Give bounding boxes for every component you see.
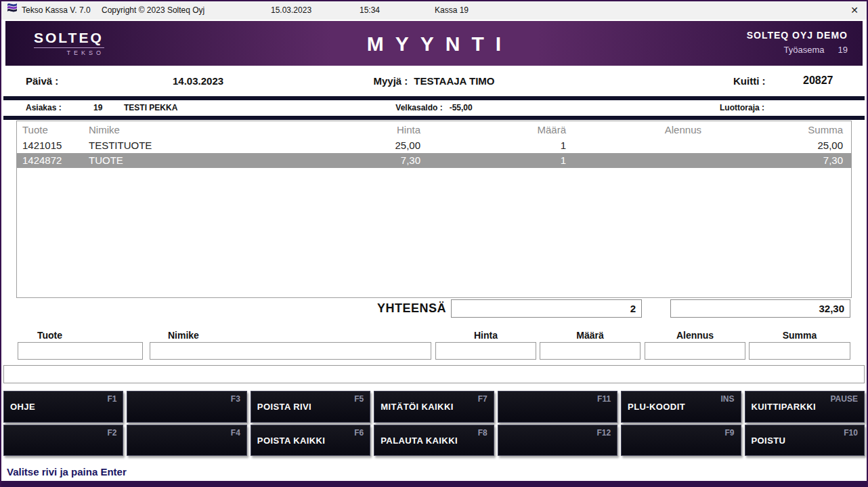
function-key-row-1: OHJE F1 F3 POISTA RIVI F5 MITÄTÖI KAIKKI… xyxy=(3,391,865,423)
cell-maara: 1 xyxy=(422,153,567,168)
solteq-logo: SOLTEQ TEKSO xyxy=(34,30,104,56)
fkey-f3[interactable]: F3 xyxy=(127,391,246,423)
fkey-f8-palauta-kaikki[interactable]: PALAUTA KAIKKI F8 xyxy=(374,425,494,456)
entry-label-maara: Määrä xyxy=(540,330,641,341)
app-title: Tekso Kassa V. 7.0 xyxy=(22,1,91,20)
workstation-value: 19 xyxy=(838,45,848,55)
fkey-f2[interactable]: F2 xyxy=(3,425,123,456)
fkey-key-label: F10 xyxy=(844,428,858,438)
fkey-label: PALAUTA KAIKKI xyxy=(374,436,458,446)
cell-hinta: 7,30 xyxy=(220,153,422,168)
fkey-f6-poista-kaikki[interactable]: POISTA KAIKKI F6 xyxy=(251,425,370,456)
cell-hinta: 25,00 xyxy=(220,138,422,153)
cell-tuote: 1421015 xyxy=(17,138,85,153)
cell-nimike: TUOTE xyxy=(85,153,220,168)
fkey-key-label: F6 xyxy=(354,428,364,438)
fkey-key-label: F9 xyxy=(725,428,735,438)
cell-tuote: 1424872 xyxy=(17,153,85,168)
entry-label-tuote: Tuote xyxy=(37,330,62,341)
copyright-text: Copyright © 2023 Solteq Oyj xyxy=(102,1,204,20)
status-message: Valitse rivi ja paina Enter xyxy=(7,466,127,478)
customer-label: Asiakas : xyxy=(26,103,62,112)
table-row[interactable]: 1421015 TESTITUOTE 25,00 1 25,00 xyxy=(17,138,851,153)
fkey-key-label: F3 xyxy=(231,394,240,404)
entry-label-alennus: Alennus xyxy=(645,330,745,341)
fkey-label: POISTA KAIKKI xyxy=(251,436,326,446)
fkey-label: OHJE xyxy=(4,402,35,412)
system-time: 15:34 xyxy=(360,1,380,20)
table-row-selected[interactable]: 1424872 TUOTE 7,30 1 7,30 xyxy=(17,153,851,168)
fkey-key-label: F2 xyxy=(107,428,116,438)
workstation-label: Työasema xyxy=(784,45,825,55)
divider xyxy=(3,116,865,120)
total-label: YHTEENSÄ xyxy=(313,301,446,316)
fkey-f1-ohje[interactable]: OHJE F1 xyxy=(3,391,123,423)
fkey-f5-poista-rivi[interactable]: POISTA RIVI F5 xyxy=(251,391,370,423)
entry-nimike-input[interactable] xyxy=(150,342,431,360)
fkey-f10-poistu[interactable]: POISTU F10 xyxy=(745,425,865,456)
logo-sub-text: TEKSO xyxy=(34,47,104,56)
bottom-bar xyxy=(0,481,868,487)
fkey-label: POISTU xyxy=(745,436,786,446)
window-border-left xyxy=(0,0,1,487)
cell-summa: 25,00 xyxy=(703,138,851,153)
system-date: 15.03.2023 xyxy=(271,1,311,20)
total-sum-box: 32,30 xyxy=(670,299,850,318)
entry-alennus-input[interactable] xyxy=(645,342,745,360)
column-header-nimike: Nimike xyxy=(85,121,220,138)
cell-summa: 7,30 xyxy=(703,153,851,168)
column-header-summa: Summa xyxy=(703,121,851,138)
fkey-ins-plu-koodit[interactable]: PLU-KOODIT INS xyxy=(621,391,741,423)
column-header-maara: Määrä xyxy=(422,121,567,138)
fkey-label: POISTA RIVI xyxy=(251,402,311,412)
entry-label-hinta: Hinta xyxy=(435,330,536,341)
entry-maara-input[interactable] xyxy=(540,342,641,360)
cell-maara: 1 xyxy=(422,138,567,153)
debt-info: Velkasaldo : -55,00 xyxy=(395,103,472,112)
seller-info: Myyjä : TESTAAJA TIMO xyxy=(373,75,494,87)
table-header-row: Tuote Nimike Hinta Määrä Alennus Summa xyxy=(17,121,851,138)
divider xyxy=(3,96,865,100)
column-header-alennus: Alennus xyxy=(567,121,703,138)
fkey-key-label: PAUSE xyxy=(831,394,858,404)
fkey-pause-kuittiparkki[interactable]: KUITTIPARKKI PAUSE xyxy=(745,391,865,423)
date-label: Päivä : xyxy=(26,75,58,87)
fkey-f9[interactable]: F9 xyxy=(621,425,741,456)
fkey-f11[interactable]: F11 xyxy=(498,391,617,423)
fkey-f7-mitatoi-kaikki[interactable]: MITÄTÖI KAIKKI F7 xyxy=(374,391,494,423)
entry-hinta-input[interactable] xyxy=(435,342,536,360)
close-icon[interactable]: ✕ xyxy=(850,1,859,20)
fkey-key-label: F1 xyxy=(107,394,116,404)
company-name: SOLTEQ OYJ DEMO xyxy=(747,30,848,41)
header-right: SOLTEQ OYJ DEMO Työasema19 xyxy=(747,30,848,55)
fkey-f4[interactable]: F4 xyxy=(127,425,246,456)
fkey-label: PLU-KOODIT xyxy=(622,402,685,412)
header-banner: SOLTEQ TEKSO MYYNTI SOLTEQ OYJ DEMO Työa… xyxy=(5,21,863,66)
credit-limit-label: Luottoraja : xyxy=(720,103,764,112)
entry-tuote-input[interactable] xyxy=(18,342,143,360)
entry-summa-input[interactable] xyxy=(749,342,850,360)
customer-number: 19 xyxy=(93,103,102,112)
app-window: Tekso Kassa V. 7.0 Copyright © 2023 Solt… xyxy=(0,0,868,487)
debt-label: Velkasaldo : xyxy=(395,103,442,112)
fkey-key-label: F5 xyxy=(354,394,364,404)
fkey-key-label: F4 xyxy=(231,428,240,438)
fkey-label: KUITTIPARKKI xyxy=(745,402,817,412)
workstation-info: Työasema19 xyxy=(747,45,848,55)
column-header-tuote: Tuote xyxy=(17,121,85,138)
debt-value: -55,00 xyxy=(450,103,473,112)
cell-alennus xyxy=(567,153,703,168)
fkey-key-label: F8 xyxy=(478,428,487,438)
fkey-key-label: F7 xyxy=(478,394,487,404)
seller-label: Myyjä : xyxy=(373,75,408,87)
fkey-label: MITÄTÖI KAIKKI xyxy=(374,402,453,412)
fkey-f12[interactable]: F12 xyxy=(498,425,617,456)
fkey-key-label: F11 xyxy=(597,394,611,404)
customer-name: TESTI PEKKA xyxy=(124,103,177,112)
total-quantity-box: 2 xyxy=(451,299,642,318)
function-key-row-2: F2 F4 POISTA KAIKKI F6 PALAUTA KAIKKI F8… xyxy=(3,425,865,456)
cell-nimike: TESTITUOTE xyxy=(85,138,220,153)
command-input[interactable] xyxy=(3,365,865,383)
cell-alennus xyxy=(567,138,703,153)
sale-lines-table: Tuote Nimike Hinta Määrä Alennus Summa 1… xyxy=(16,121,852,298)
